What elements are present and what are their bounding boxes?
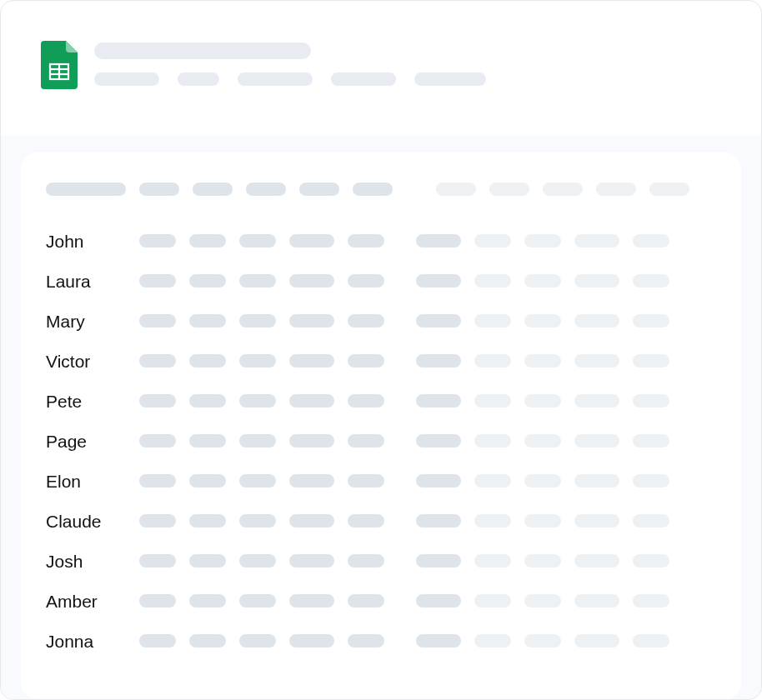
cell-placeholder: [289, 594, 334, 608]
cell-placeholder: [189, 474, 226, 488]
header-placeholder: [489, 182, 529, 196]
row-name: Mary: [46, 312, 126, 330]
cell-placeholder: [574, 434, 619, 448]
cell-placeholder: [574, 234, 619, 248]
table-row[interactable]: Elon: [46, 461, 716, 501]
cell-placeholder: [474, 634, 511, 648]
cell-placeholder: [189, 394, 226, 408]
cell-placeholder: [524, 314, 561, 328]
row-name: Victor: [46, 352, 126, 370]
cell-placeholder: [633, 634, 669, 648]
table-row[interactable]: Amber: [46, 581, 716, 621]
cell-placeholder: [239, 514, 276, 528]
spreadsheet-card: JohnLauraMaryVictorPetePageElonClaudeJos…: [21, 152, 741, 699]
cell-placeholder: [348, 354, 384, 368]
cell-placeholder: [574, 554, 619, 568]
cell-placeholder: [189, 434, 226, 448]
cell-placeholder: [633, 234, 669, 248]
cell-placeholder: [474, 474, 511, 488]
table-row[interactable]: Claude: [46, 501, 716, 541]
row-name: Claude: [46, 512, 126, 530]
cell-placeholder: [474, 594, 511, 608]
header-placeholder: [353, 182, 393, 196]
cell-placeholder: [416, 434, 461, 448]
cell-placeholder: [139, 634, 176, 648]
cell-placeholder: [239, 634, 276, 648]
menu-placeholder: [331, 72, 396, 86]
table-row[interactable]: Josh: [46, 541, 716, 581]
cell-placeholder: [139, 474, 176, 488]
cell-placeholder: [189, 354, 226, 368]
cell-placeholder: [239, 554, 276, 568]
cell-placeholder: [348, 394, 384, 408]
cell-placeholder: [416, 314, 461, 328]
cell-placeholder: [633, 314, 669, 328]
cell-placeholder: [239, 474, 276, 488]
cell-placeholder: [139, 434, 176, 448]
header-placeholder: [139, 182, 179, 196]
header-placeholder: [299, 182, 339, 196]
cell-placeholder: [139, 514, 176, 528]
cell-placeholder: [524, 554, 561, 568]
app-window: JohnLauraMaryVictorPetePageElonClaudeJos…: [0, 0, 762, 700]
app-header: [1, 1, 761, 92]
row-name: John: [46, 232, 126, 250]
cell-placeholder: [289, 554, 334, 568]
cell-placeholder: [348, 634, 384, 648]
title-placeholder: [94, 42, 311, 59]
cell-placeholder: [289, 274, 334, 288]
table-row[interactable]: Jonna: [46, 621, 716, 661]
cell-placeholder: [633, 474, 669, 488]
cell-placeholder: [633, 594, 669, 608]
table-row[interactable]: Page: [46, 421, 716, 461]
header-placeholder: [436, 182, 476, 196]
menu-placeholder: [238, 72, 313, 86]
cell-placeholder: [348, 234, 384, 248]
cell-placeholder: [348, 434, 384, 448]
menu-placeholder-row: [94, 72, 486, 86]
cell-placeholder: [474, 314, 511, 328]
cell-placeholder: [348, 274, 384, 288]
table-row[interactable]: Laura: [46, 261, 716, 301]
header-placeholder: [193, 182, 233, 196]
cell-placeholder: [574, 474, 619, 488]
table-row[interactable]: Pete: [46, 381, 716, 421]
row-name: Josh: [46, 552, 126, 570]
cell-placeholder: [189, 234, 226, 248]
cell-placeholder: [524, 274, 561, 288]
cell-placeholder: [416, 594, 461, 608]
cell-placeholder: [633, 434, 669, 448]
cell-placeholder: [289, 354, 334, 368]
cell-placeholder: [239, 594, 276, 608]
cell-placeholder: [139, 354, 176, 368]
cell-placeholder: [289, 234, 334, 248]
table-row[interactable]: Victor: [46, 341, 716, 381]
cell-placeholder: [239, 234, 276, 248]
table-row[interactable]: John: [46, 221, 716, 261]
cell-placeholder: [348, 314, 384, 328]
table-row[interactable]: Mary: [46, 301, 716, 341]
cell-placeholder: [289, 474, 334, 488]
cell-placeholder: [289, 314, 334, 328]
cell-placeholder: [524, 514, 561, 528]
row-name: Elon: [46, 472, 126, 490]
cell-placeholder: [348, 554, 384, 568]
menu-placeholder: [178, 72, 219, 86]
cell-placeholder: [416, 394, 461, 408]
cell-placeholder: [416, 554, 461, 568]
cell-placeholder: [239, 394, 276, 408]
row-name: Laura: [46, 272, 126, 290]
cell-placeholder: [633, 554, 669, 568]
cell-placeholder: [524, 234, 561, 248]
cell-placeholder: [474, 234, 511, 248]
cell-placeholder: [189, 514, 226, 528]
cell-placeholder: [524, 394, 561, 408]
content-area: JohnLauraMaryVictorPetePageElonClaudeJos…: [1, 136, 761, 699]
header-placeholder: [543, 182, 583, 196]
cell-placeholder: [524, 634, 561, 648]
cell-placeholder: [524, 354, 561, 368]
cell-placeholder: [139, 594, 176, 608]
cell-placeholder: [524, 594, 561, 608]
cell-placeholder: [574, 314, 619, 328]
cell-placeholder: [474, 434, 511, 448]
